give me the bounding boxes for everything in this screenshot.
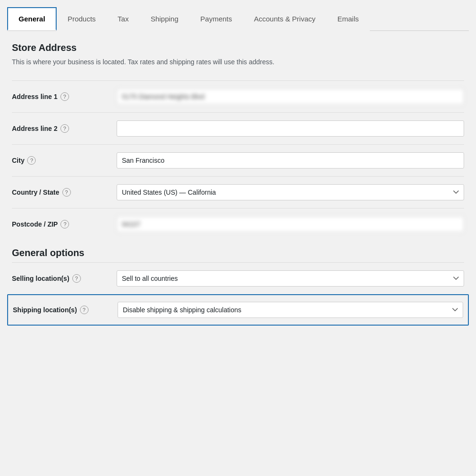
form-row-postcode: Postcode / ZIP ? <box>12 208 464 240</box>
general-options-title: General options <box>12 248 464 262</box>
help-icon-city[interactable]: ? <box>27 156 36 165</box>
field-shipping-locations: Disable shipping & shipping calculations… <box>118 302 463 318</box>
label-shipping-locations: Shipping location(s) ? <box>13 302 118 314</box>
label-address1: Address line 1 ? <box>12 89 117 101</box>
form-row-selling-locations: Selling location(s) ? Sell to all countr… <box>12 262 464 294</box>
field-selling-locations: Sell to all countries Sell to specific c… <box>117 270 464 287</box>
tabs-container: General Products Tax Shipping Payments A… <box>7 7 469 31</box>
label-postcode: Postcode / ZIP ? <box>12 216 117 228</box>
help-icon-address2[interactable]: ? <box>60 124 69 133</box>
input-address1[interactable] <box>117 89 464 105</box>
input-city[interactable] <box>117 152 464 169</box>
label-selling-locations: Selling location(s) ? <box>12 270 117 283</box>
select-country-state[interactable]: United States (US) — California United S… <box>117 184 464 200</box>
form-row-address2: Address line 2 ? <box>12 112 464 144</box>
store-address-title: Store Address <box>12 42 464 53</box>
label-city: City ? <box>12 152 117 165</box>
input-postcode[interactable] <box>117 216 464 232</box>
form-row-country-state: Country / State ? United States (US) — C… <box>12 176 464 208</box>
help-icon-shipping-locations[interactable]: ? <box>80 306 89 314</box>
page-wrapper: General Products Tax Shipping Payments A… <box>0 0 476 476</box>
field-city <box>117 152 464 169</box>
help-icon-selling-locations[interactable]: ? <box>72 274 81 283</box>
tab-general[interactable]: General <box>7 7 57 30</box>
form-row-shipping-locations: Shipping location(s) ? Disable shipping … <box>7 294 469 326</box>
help-icon-address1[interactable]: ? <box>60 92 69 101</box>
input-address2[interactable] <box>117 120 464 137</box>
field-postcode <box>117 216 464 232</box>
field-country-state: United States (US) — California United S… <box>117 184 464 200</box>
content-area: Store Address This is where your busines… <box>7 31 469 330</box>
tab-accounts-privacy[interactable]: Accounts & Privacy <box>243 8 327 31</box>
form-row-address1: Address line 1 ? <box>12 80 464 112</box>
label-address2: Address line 2 ? <box>12 120 117 133</box>
field-address2 <box>117 120 464 137</box>
tab-tax[interactable]: Tax <box>107 8 139 31</box>
select-selling-locations[interactable]: Sell to all countries Sell to specific c… <box>117 270 464 287</box>
store-address-desc: This is where your business is located. … <box>12 57 464 67</box>
tab-payments[interactable]: Payments <box>189 8 243 31</box>
label-country-state: Country / State ? <box>12 184 117 197</box>
select-shipping-locations[interactable]: Disable shipping & shipping calculations… <box>118 302 463 318</box>
tab-products[interactable]: Products <box>57 8 107 31</box>
help-icon-postcode[interactable]: ? <box>60 220 69 228</box>
field-address1 <box>117 89 464 105</box>
tab-emails[interactable]: Emails <box>327 8 370 31</box>
tab-shipping[interactable]: Shipping <box>139 8 189 31</box>
form-row-city: City ? <box>12 144 464 176</box>
help-icon-country-state[interactable]: ? <box>62 188 71 197</box>
